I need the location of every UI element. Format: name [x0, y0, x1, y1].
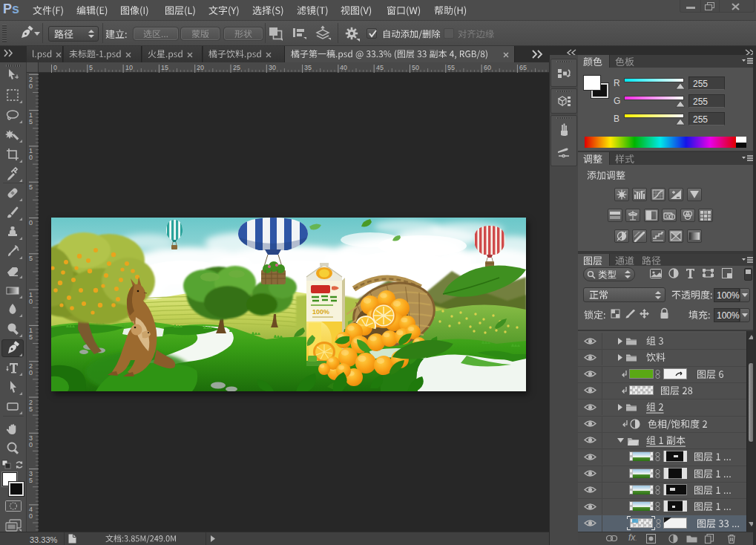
svg-text:100%: 100% [312, 308, 329, 316]
